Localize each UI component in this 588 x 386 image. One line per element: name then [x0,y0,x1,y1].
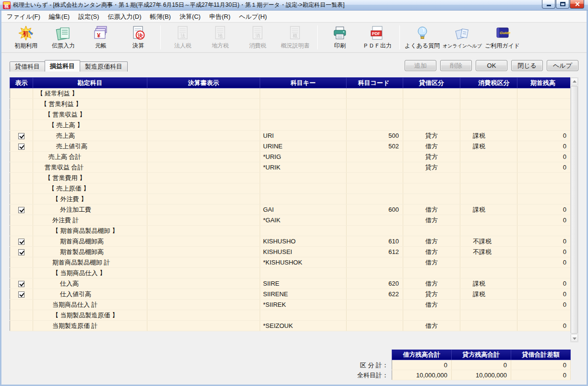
scroll-down-arrow-icon[interactable] [571,334,578,342]
toolbar-label: 印刷 [334,42,346,50]
visible-checkbox[interactable] [18,291,24,298]
toolbar-initial-use-button[interactable]: 初初期利用 [7,25,45,50]
account-row[interactable]: 【 営業費用 】 [10,173,571,183]
visible-cell [10,173,33,183]
visible-cell [10,226,33,236]
toolbar-separator [160,25,161,49]
account-row[interactable]: 【 当期製品製造原価 】 [10,310,571,321]
toolbar-settlement-button[interactable]: 決決算 [120,25,157,50]
account-row[interactable]: 【 売上原価 】 [10,183,571,194]
visible-cell [10,141,33,152]
statement-display [147,173,260,183]
toolbar-online-help-button[interactable]: オンラインヘルプ [441,26,483,49]
opening-balance [517,183,571,194]
close-button[interactable] [570,0,584,9]
toolbar-slip-input-button[interactable]: 伝票入力 [45,25,82,50]
statement-display [147,300,260,310]
account-row[interactable]: 【 経常利益 】 [10,88,571,99]
account-row[interactable]: 【 当期商品仕入 】 [10,268,571,278]
account-row[interactable]: 仕入高SIIRE620借方課税0 [10,278,571,289]
online-help-icon [454,26,470,42]
menu-edit[interactable]: 編集(E) [45,11,74,22]
account-row[interactable]: 【 外注費 】 [10,194,571,205]
account-row[interactable]: 期首商品棚卸高KISHUSHO610借方不課税0 [10,236,571,247]
tab-balance-sheet-accounts[interactable]: 貸借科目 [10,61,45,72]
visible-checkbox[interactable] [18,249,24,255]
minimize-icon [547,5,551,6]
vertical-scrollbar[interactable] [570,77,578,342]
opening-balance [517,173,571,183]
summary-row-label: 全科目計： [333,370,388,380]
toolbar-pdf-output-button[interactable]: PDFＰＤＦ出力 [359,25,396,50]
account-row[interactable]: 外注加工費GAI600借方課税0 [10,205,571,215]
svg-text:法: 法 [180,33,185,38]
content-area: 貸借科目損益科目製造原価科目 追加削除OK閉じるヘルプ 表示勘定科目決算書表示科… [1,53,587,384]
account-row[interactable]: 【 売上高 】 [10,120,571,131]
close-button[interactable]: 閉じる [511,60,543,71]
account-row[interactable]: 【 営業収益 】 [10,109,571,120]
visible-checkbox[interactable] [18,144,24,150]
toolbar-usage-guide-button[interactable]: Guideご利用ガイド [483,25,521,50]
account-row[interactable]: 売上高URI500貸方課税0 [10,131,571,141]
debit-credit-type [403,88,460,99]
debit-credit-type: 借方 [403,247,460,257]
summary-column-header: 貸借合計差額 [511,350,571,360]
toolbar-general-ledger-button[interactable]: ¥元帳 [82,25,120,50]
debit-credit-type [403,109,460,120]
account-row[interactable]: 期首製品棚卸高KISHUSEI612借方不課税0 [10,247,571,257]
visible-checkbox[interactable] [18,133,24,139]
toolbar-faq-button[interactable]: よくある質問 [403,25,441,50]
debit-credit-type [403,99,460,109]
menu-settlement[interactable]: 決算(C) [175,11,205,22]
scrollbar-thumb[interactable] [571,86,578,334]
visible-checkbox[interactable] [18,239,24,245]
account-row[interactable]: 仕入値引高SIIRENE622貸方課税0 [10,289,571,300]
accounts-grid: 表示勘定科目決算書表示科目キー科目コード貸借区分消費税区分期首残高 【 経常利益… [10,77,578,342]
scroll-up-arrow-icon[interactable] [571,78,578,85]
statement-display [147,141,260,152]
visible-checkbox[interactable] [18,207,24,213]
account-row[interactable]: 当期製造原価 計*SEIZOUK借方0 [10,321,571,331]
action-buttons: 追加削除OK閉じるヘルプ [405,60,578,71]
column-header: 科目コード [347,78,403,88]
summary-value: 0 [392,360,452,370]
account-row[interactable]: 【 期首商品製品棚卸 】 [10,226,571,236]
summary-value: 0 [511,360,571,370]
menu-slip-input[interactable]: 伝票入力(D) [104,11,146,22]
account-row[interactable]: 売上高 合計*URIG貸方0 [10,152,571,162]
account-key [260,226,347,236]
statement-display [147,205,260,215]
consumption-tax-type [460,321,517,331]
tab-profit-loss-accounts[interactable]: 損益科目 [45,60,80,72]
menu-filing[interactable]: 申告(R) [205,11,235,22]
debit-credit-type [403,268,460,278]
summary-value: 10,000,000 [392,370,452,380]
account-row[interactable]: 外注費 計*GAIK借方0 [10,215,571,226]
menu-settings[interactable]: 設定(S) [74,11,103,22]
consumption-tax-type [460,226,517,236]
account-row[interactable]: 【 営業利益 】 [10,99,571,109]
debit-credit-type: 借方 [403,278,460,289]
consumption-tax-type [460,183,517,194]
help-button[interactable]: ヘルプ [547,60,578,71]
account-row[interactable]: 売上値引高URINE502借方課税0 [10,141,571,152]
close-icon [570,0,584,8]
account-name: 売上高 合計 [33,152,147,162]
account-row[interactable]: 当期商品仕入 計*SIIREK借方0 [10,300,571,310]
ok-button[interactable]: OK [476,60,507,71]
account-row[interactable]: 期首商品製品棚卸 計*KISHUSHOK借方0 [10,257,571,268]
opening-balance: 0 [517,215,571,226]
tab-manufacturing-cost-accounts[interactable]: 製造原価科目 [80,61,128,72]
menu-file[interactable]: ファイル(F) [2,11,45,22]
maximize-button[interactable] [556,0,569,9]
toolbar-consumption-tax-button: 消消費税 [239,25,276,50]
toolbar-print-button[interactable]: 印刷 [321,25,359,50]
menu-books[interactable]: 帳簿(B) [146,11,175,22]
visible-checkbox[interactable] [18,281,24,287]
account-row[interactable]: 営業収益 合計*URIK貸方0 [10,162,571,173]
menu-help[interactable]: ヘルプ(H) [235,11,271,22]
statement-display [147,194,260,205]
minimize-button[interactable] [542,0,555,9]
consumption-tax-type [460,268,517,278]
account-name: 外注費 計 [33,215,147,226]
